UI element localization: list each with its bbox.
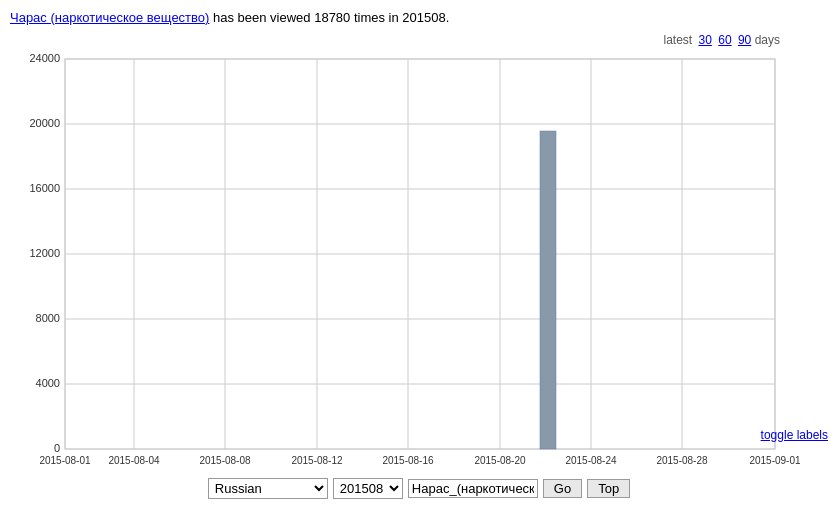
top-button[interactable]: Top — [587, 479, 630, 498]
svg-text:2015-08-16: 2015-08-16 — [382, 455, 434, 466]
chart-bar — [540, 131, 556, 449]
90-days-link[interactable]: 90 — [738, 33, 751, 47]
view-count-text: has been viewed 18780 times in 201508. — [209, 10, 449, 25]
latest-label: latest — [664, 33, 693, 47]
chart-wrapper: 0 4000 8000 12000 16000 20000 24000 2015… — [10, 49, 828, 472]
chart-svg-container: 0 4000 8000 12000 16000 20000 24000 2015… — [10, 49, 828, 472]
chart-svg: 0 4000 8000 12000 16000 20000 24000 2015… — [10, 49, 800, 469]
svg-text:2015-09-01: 2015-09-01 — [749, 455, 800, 466]
svg-text:2015-08-04: 2015-08-04 — [108, 455, 160, 466]
search-input[interactable] — [408, 479, 538, 498]
days-links: latest 30 60 90 days — [10, 33, 828, 47]
60-days-link[interactable]: 60 — [718, 33, 731, 47]
language-select[interactable]: Russian English — [208, 478, 328, 499]
article-link[interactable]: Чарас (наркотическое вещество) — [10, 10, 209, 25]
toggle-labels-link[interactable]: toggle labels — [761, 428, 828, 442]
header-text: Чарас (наркотическое вещество) has been … — [10, 10, 828, 25]
30-days-link[interactable]: 30 — [699, 33, 712, 47]
svg-text:2015-08-12: 2015-08-12 — [291, 455, 343, 466]
svg-text:0: 0 — [54, 442, 60, 454]
month-select[interactable]: 201508 201507 201506 — [333, 478, 403, 499]
svg-text:2015-08-28: 2015-08-28 — [656, 455, 708, 466]
svg-text:2015-08-20: 2015-08-20 — [474, 455, 526, 466]
svg-text:2015-08-01: 2015-08-01 — [39, 455, 91, 466]
svg-text:4000: 4000 — [36, 377, 60, 389]
svg-text:2015-08-08: 2015-08-08 — [199, 455, 251, 466]
svg-text:12000: 12000 — [29, 247, 60, 259]
svg-text:20000: 20000 — [29, 117, 60, 129]
page-container: Чарас (наркотическое вещество) has been … — [0, 0, 838, 515]
bottom-controls: Russian English 201508 201507 201506 Go … — [10, 478, 828, 507]
go-button[interactable]: Go — [543, 479, 582, 498]
svg-text:8000: 8000 — [36, 312, 60, 324]
svg-text:16000: 16000 — [29, 182, 60, 194]
chart-area: latest 30 60 90 days — [10, 33, 828, 472]
svg-text:2015-08-24: 2015-08-24 — [565, 455, 617, 466]
days-suffix: days — [755, 33, 780, 47]
svg-text:24000: 24000 — [29, 52, 60, 64]
